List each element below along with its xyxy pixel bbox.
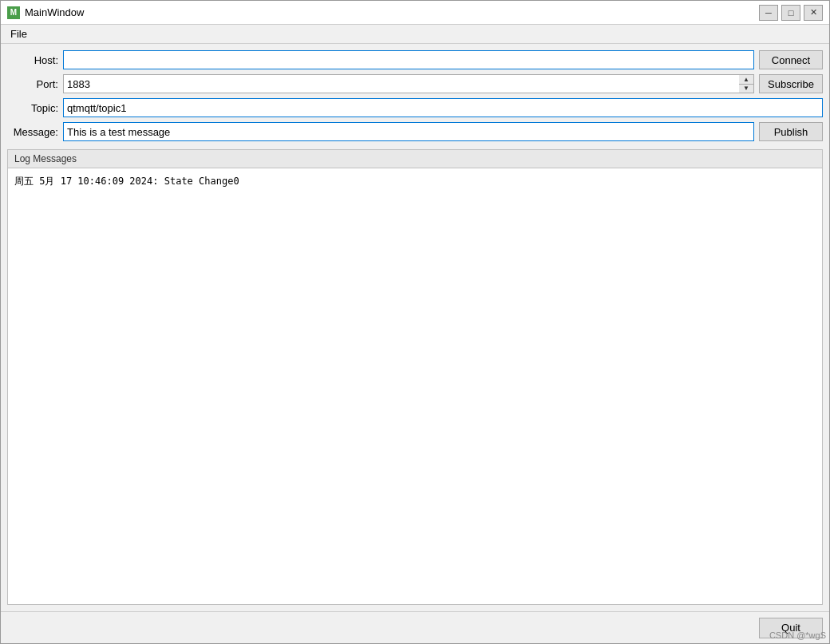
- title-bar: M MainWindow ─ □ ✕: [1, 1, 829, 25]
- minimize-button[interactable]: ─: [759, 5, 778, 21]
- port-up-button[interactable]: ▲: [739, 75, 753, 85]
- log-section: Log Messages 周五 5月 17 10:46:09 2024: Sta…: [7, 149, 823, 605]
- host-label: Host:: [7, 54, 63, 66]
- window-title: MainWindow: [25, 6, 759, 18]
- host-row: Host: Connect: [7, 50, 823, 69]
- log-header: Log Messages: [8, 150, 822, 168]
- topic-row: Topic:: [7, 98, 823, 117]
- publish-button[interactable]: Publish: [759, 122, 823, 141]
- subscribe-button[interactable]: Subscribe: [759, 74, 823, 93]
- maximize-button[interactable]: □: [781, 5, 800, 21]
- watermark: CSDN @*wgS: [769, 630, 826, 640]
- content-area: Host: Connect Port: ▲ ▼ Subscribe Topic:…: [1, 44, 829, 611]
- message-row: Message: Publish: [7, 122, 823, 141]
- main-window: M MainWindow ─ □ ✕ File Host: Connect Po…: [0, 0, 830, 644]
- menu-bar: File: [1, 25, 829, 44]
- message-label: Message:: [7, 126, 63, 138]
- close-button[interactable]: ✕: [804, 5, 823, 21]
- message-input[interactable]: [63, 122, 754, 141]
- port-down-button[interactable]: ▼: [739, 85, 753, 93]
- log-content: 周五 5月 17 10:46:09 2024: State Change0: [8, 168, 822, 604]
- port-input[interactable]: [63, 74, 739, 93]
- port-row: Port: ▲ ▼ Subscribe: [7, 74, 823, 93]
- window-controls: ─ □ ✕: [759, 5, 823, 21]
- connect-button[interactable]: Connect: [759, 50, 823, 69]
- host-input[interactable]: [63, 50, 754, 69]
- port-spinner: ▲ ▼: [739, 74, 754, 93]
- port-label: Port:: [7, 78, 63, 90]
- bottom-bar: Quit: [1, 611, 829, 643]
- log-entry: 周五 5月 17 10:46:09 2024: State Change0: [14, 175, 816, 188]
- topic-label: Topic:: [7, 102, 63, 114]
- topic-input[interactable]: [63, 98, 823, 117]
- port-wrapper: ▲ ▼: [63, 74, 754, 93]
- app-icon: M: [7, 6, 20, 19]
- menu-item-file[interactable]: File: [4, 26, 34, 41]
